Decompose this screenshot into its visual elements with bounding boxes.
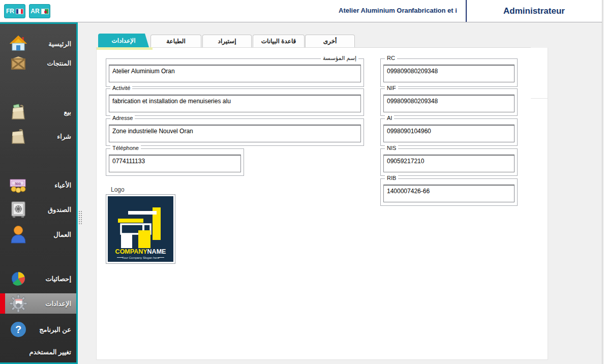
company-activity-text: fabrication et i xyxy=(412,7,457,14)
tab-label: الإعدادات xyxy=(112,37,136,44)
tab-settings[interactable]: الإعدادات xyxy=(98,34,149,47)
active-tab-underline xyxy=(97,47,153,50)
app-window: FR AR Atelier Aluminium Oran fabrication… xyxy=(0,0,604,364)
sidebar-item-statistics[interactable]: إحصائيات xyxy=(2,266,76,291)
sidebar-item-products[interactable]: المنتجات xyxy=(2,51,76,75)
groupbox-company-name: إسم المؤسسة xyxy=(106,58,364,87)
no-icon xyxy=(8,342,28,362)
rib-label: RIB xyxy=(385,175,398,181)
groupbox-nif: NIF xyxy=(380,88,518,116)
phone-label: Téléphone xyxy=(110,145,141,151)
tab-label: الطباعة xyxy=(166,38,186,45)
groupbox-rib: RIB xyxy=(380,178,518,206)
sidebar-item-label: عن البرنامج xyxy=(28,326,76,333)
question-icon: ? xyxy=(8,319,28,340)
tab-label: إستيراد xyxy=(218,38,236,45)
logo-text-secondary: NAME xyxy=(147,248,166,255)
sidebar-item-about[interactable]: ? عن البرنامج xyxy=(2,317,76,342)
company-name-text: Atelier Aluminium Oran xyxy=(339,7,412,14)
tab-label: قاعدة البيانات xyxy=(261,38,296,45)
groupbox-ai: AI xyxy=(380,118,518,146)
language-fr-button[interactable]: FR xyxy=(4,4,25,18)
groupbox-rc: RC xyxy=(380,58,518,87)
logo-slogan-text: Your Company Slogan here xyxy=(122,256,160,259)
nif-field[interactable] xyxy=(383,95,515,112)
activity-label: Activité xyxy=(110,85,132,91)
activity-field[interactable] xyxy=(109,95,361,112)
sidebar-item-label: شراء xyxy=(28,133,76,140)
nis-label: NIS xyxy=(385,145,398,151)
sidebar-item-label: الإعدادات xyxy=(28,300,76,308)
address-label: Adresse xyxy=(110,115,135,121)
sidebar-item-label: إحصائيات xyxy=(28,275,76,283)
nif-label: NIF xyxy=(385,85,398,91)
sidebar-item-change-user[interactable]: تغيير المستخدم xyxy=(2,342,76,362)
groupbox-phone: Téléphone xyxy=(106,148,244,176)
algeria-flag-icon xyxy=(41,9,49,14)
france-flag-icon xyxy=(16,9,23,14)
window-right-edge xyxy=(602,0,604,364)
company-logo-image[interactable]: COMPANYNAME Your Company Slogan here xyxy=(106,194,175,264)
address-field[interactable] xyxy=(109,125,361,142)
company-name-label: إسم المؤسسة xyxy=(321,55,358,62)
sidebar-item-label: الأعباء xyxy=(28,181,76,189)
sidebar-item-expenses[interactable]: 500 الأعباء xyxy=(2,173,76,197)
logo-label: Logo xyxy=(111,186,125,193)
rc-label: RC xyxy=(385,55,397,61)
rc-field[interactable] xyxy=(383,65,515,82)
products-crate-icon xyxy=(8,53,28,73)
money-expenses-icon: 500 xyxy=(8,175,28,195)
ai-field[interactable] xyxy=(383,125,515,142)
gear-icon xyxy=(8,293,28,314)
tab-other[interactable]: أخرى xyxy=(305,35,355,47)
nis-field[interactable] xyxy=(383,155,515,172)
top-bar: FR AR Atelier Aluminium Oran fabrication… xyxy=(0,0,604,22)
groupbox-address: Adresse xyxy=(106,118,364,146)
tab-import[interactable]: إستيراد xyxy=(202,35,252,47)
phone-field[interactable] xyxy=(109,155,241,172)
svg-text:COMPANYNAME: COMPANYNAME xyxy=(115,248,166,255)
safe-icon xyxy=(8,199,28,220)
company-name-field[interactable] xyxy=(109,65,361,82)
sidebar-item-label: الصندوق xyxy=(28,206,76,214)
sidebar-item-label: العمال xyxy=(28,231,76,238)
sidebar-item-workers[interactable]: العمال xyxy=(2,222,76,247)
pie-chart-icon xyxy=(8,268,28,289)
sidebar-nav: الرئيسية المنتجات بيع شراء 500 الأعباء xyxy=(0,22,78,364)
sell-bag-icon xyxy=(8,102,28,122)
groupbox-nis: NIS xyxy=(380,148,518,176)
sidebar-item-label: الرئيسية xyxy=(28,40,76,48)
sidebar-item-label: بيع xyxy=(28,108,76,116)
worker-person-icon xyxy=(8,224,28,245)
svg-text:?: ? xyxy=(15,324,21,335)
logo-text-primary: COMPANY xyxy=(115,248,148,255)
empty-side-panel xyxy=(531,98,548,360)
ar-button-label: AR xyxy=(31,8,39,15)
ai-label: AI xyxy=(385,115,394,121)
groupbox-activity: Activité xyxy=(106,88,364,116)
sidebar-item-settings[interactable]: الإعدادات xyxy=(0,293,76,314)
tab-database[interactable]: قاعدة البيانات xyxy=(253,35,305,47)
tab-printing[interactable]: الطباعة xyxy=(150,35,201,47)
language-ar-button[interactable]: AR xyxy=(29,4,50,18)
sidebar-item-cashbox[interactable]: الصندوق xyxy=(2,197,76,222)
rib-field[interactable] xyxy=(383,185,515,202)
sidebar-item-sell[interactable]: بيع xyxy=(2,100,76,124)
sidebar-item-label: المنتجات xyxy=(28,59,76,67)
logged-user-role: Administrateur xyxy=(466,0,602,22)
fr-button-label: FR xyxy=(6,8,14,15)
sidebar-item-buy[interactable]: شراء xyxy=(2,124,76,148)
sidebar-item-label: تغيير المستخدم xyxy=(28,348,76,356)
tabstrip-baseline xyxy=(96,47,531,48)
tab-label: أخرى xyxy=(323,38,337,45)
svg-text:500: 500 xyxy=(15,182,21,186)
buy-bag-icon xyxy=(8,126,28,146)
sidebar-splitter-grip[interactable] xyxy=(78,210,82,225)
